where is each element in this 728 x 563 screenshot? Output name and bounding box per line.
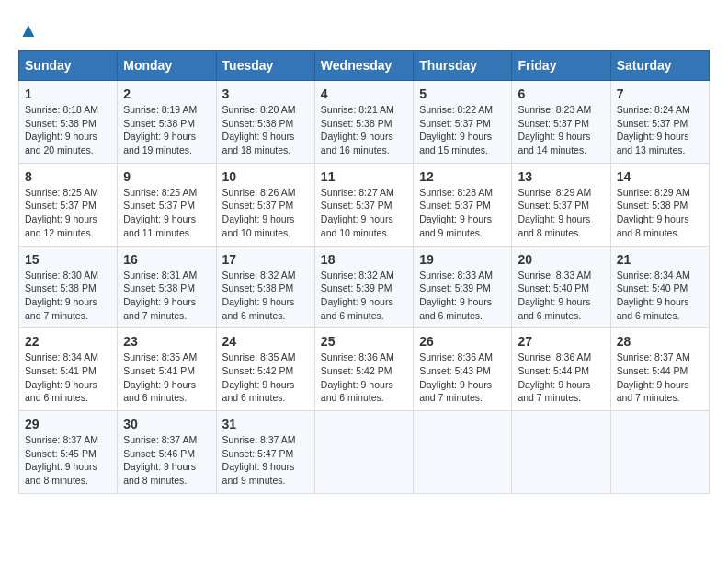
cell-content: Sunrise: 8:25 AMSunset: 5:37 PMDaylight:… bbox=[25, 187, 98, 238]
cell-content: Sunrise: 8:36 AMSunset: 5:43 PMDaylight:… bbox=[419, 351, 493, 403]
cell-content: Sunrise: 8:35 AMSunset: 5:41 PMDaylight:… bbox=[123, 351, 197, 403]
day-number: 25 bbox=[321, 334, 407, 349]
column-header-friday: Friday bbox=[512, 51, 610, 81]
calendar-cell: 9 Sunrise: 8:25 AMSunset: 5:37 PMDayligh… bbox=[118, 163, 216, 246]
day-number: 28 bbox=[617, 334, 703, 349]
day-number: 7 bbox=[617, 86, 703, 101]
cell-content: Sunrise: 8:29 AMSunset: 5:38 PMDaylight:… bbox=[617, 187, 690, 238]
cell-content: Sunrise: 8:27 AMSunset: 5:37 PMDaylight:… bbox=[321, 187, 394, 238]
cell-content: Sunrise: 8:37 AMSunset: 5:44 PMDaylight:… bbox=[617, 351, 690, 403]
calendar-cell: 18 Sunrise: 8:32 AMSunset: 5:39 PMDaylig… bbox=[314, 246, 413, 328]
calendar-week-2: 8 Sunrise: 8:25 AMSunset: 5:37 PMDayligh… bbox=[19, 163, 710, 246]
cell-content: Sunrise: 8:37 AMSunset: 5:45 PMDaylight:… bbox=[25, 434, 98, 486]
cell-content: Sunrise: 8:19 AMSunset: 5:38 PMDaylight:… bbox=[123, 104, 197, 155]
day-number: 6 bbox=[518, 86, 604, 101]
cell-content: Sunrise: 8:25 AMSunset: 5:37 PMDaylight:… bbox=[123, 187, 197, 238]
calendar-cell: 4 Sunrise: 8:21 AMSunset: 5:38 PMDayligh… bbox=[314, 81, 413, 164]
calendar-cell: 28 Sunrise: 8:37 AMSunset: 5:44 PMDaylig… bbox=[610, 328, 709, 411]
cell-content: Sunrise: 8:34 AMSunset: 5:40 PMDaylight:… bbox=[617, 270, 690, 321]
day-number: 14 bbox=[617, 169, 703, 184]
calendar-cell: 19 Sunrise: 8:33 AMSunset: 5:39 PMDaylig… bbox=[414, 246, 512, 328]
day-number: 2 bbox=[123, 86, 210, 101]
cell-content: Sunrise: 8:36 AMSunset: 5:44 PMDaylight:… bbox=[518, 351, 591, 403]
calendar-cell: 5 Sunrise: 8:22 AMSunset: 5:37 PMDayligh… bbox=[414, 81, 512, 164]
cell-content: Sunrise: 8:34 AMSunset: 5:41 PMDaylight:… bbox=[25, 351, 98, 403]
day-number: 8 bbox=[25, 169, 111, 184]
day-number: 22 bbox=[25, 334, 111, 349]
day-number: 15 bbox=[25, 252, 111, 267]
cell-content: Sunrise: 8:23 AMSunset: 5:37 PMDaylight:… bbox=[518, 104, 591, 155]
column-header-wednesday: Wednesday bbox=[314, 51, 413, 81]
logo-text: ▲ bbox=[18, 18, 39, 42]
day-number: 23 bbox=[123, 334, 210, 349]
day-number: 18 bbox=[321, 252, 407, 267]
column-header-tuesday: Tuesday bbox=[216, 51, 314, 81]
calendar-cell: 27 Sunrise: 8:36 AMSunset: 5:44 PMDaylig… bbox=[512, 328, 610, 411]
day-number: 9 bbox=[123, 169, 210, 184]
cell-content: Sunrise: 8:32 AMSunset: 5:38 PMDaylight:… bbox=[222, 270, 296, 321]
cell-content: Sunrise: 8:22 AMSunset: 5:37 PMDaylight:… bbox=[419, 104, 493, 155]
calendar-week-5: 29 Sunrise: 8:37 AMSunset: 5:45 PMDaylig… bbox=[19, 411, 710, 494]
day-number: 30 bbox=[123, 417, 210, 431]
day-number: 12 bbox=[419, 169, 506, 184]
calendar-cell: 23 Sunrise: 8:35 AMSunset: 5:41 PMDaylig… bbox=[118, 328, 216, 411]
calendar-cell: 15 Sunrise: 8:30 AMSunset: 5:38 PMDaylig… bbox=[19, 246, 118, 328]
day-number: 3 bbox=[222, 86, 309, 101]
calendar-cell: 1 Sunrise: 8:18 AMSunset: 5:38 PMDayligh… bbox=[19, 81, 118, 164]
calendar-table: SundayMondayTuesdayWednesdayThursdayFrid… bbox=[18, 50, 710, 494]
day-number: 31 bbox=[222, 417, 309, 431]
day-number: 17 bbox=[222, 252, 309, 267]
day-number: 13 bbox=[518, 169, 604, 184]
cell-content: Sunrise: 8:35 AMSunset: 5:42 PMDaylight:… bbox=[222, 351, 296, 403]
day-number: 5 bbox=[419, 86, 506, 101]
calendar-cell: 6 Sunrise: 8:23 AMSunset: 5:37 PMDayligh… bbox=[512, 81, 610, 164]
day-number: 24 bbox=[222, 334, 309, 349]
calendar-cell: 26 Sunrise: 8:36 AMSunset: 5:43 PMDaylig… bbox=[414, 328, 512, 411]
cell-content: Sunrise: 8:36 AMSunset: 5:42 PMDaylight:… bbox=[321, 351, 394, 403]
page-header: ▲ bbox=[18, 18, 710, 42]
calendar-cell: 29 Sunrise: 8:37 AMSunset: 5:45 PMDaylig… bbox=[19, 411, 118, 494]
calendar-cell: 3 Sunrise: 8:20 AMSunset: 5:38 PMDayligh… bbox=[216, 81, 314, 164]
cell-content: Sunrise: 8:29 AMSunset: 5:37 PMDaylight:… bbox=[518, 187, 591, 238]
cell-content: Sunrise: 8:33 AMSunset: 5:40 PMDaylight:… bbox=[518, 270, 591, 321]
calendar-header-row: SundayMondayTuesdayWednesdayThursdayFrid… bbox=[19, 51, 710, 81]
day-number: 10 bbox=[222, 169, 309, 184]
cell-content: Sunrise: 8:32 AMSunset: 5:39 PMDaylight:… bbox=[321, 270, 394, 321]
calendar-cell: 7 Sunrise: 8:24 AMSunset: 5:37 PMDayligh… bbox=[610, 81, 709, 164]
calendar-cell: 31 Sunrise: 8:37 AMSunset: 5:47 PMDaylig… bbox=[216, 411, 314, 494]
day-number: 16 bbox=[123, 252, 210, 267]
day-number: 27 bbox=[518, 334, 604, 349]
calendar-cell: 25 Sunrise: 8:36 AMSunset: 5:42 PMDaylig… bbox=[314, 328, 413, 411]
calendar-cell: 16 Sunrise: 8:31 AMSunset: 5:38 PMDaylig… bbox=[118, 246, 216, 328]
day-number: 26 bbox=[419, 334, 506, 349]
day-number: 20 bbox=[518, 252, 604, 267]
cell-content: Sunrise: 8:20 AMSunset: 5:38 PMDaylight:… bbox=[222, 104, 296, 155]
cell-content: Sunrise: 8:37 AMSunset: 5:46 PMDaylight:… bbox=[123, 434, 197, 486]
cell-content: Sunrise: 8:30 AMSunset: 5:38 PMDaylight:… bbox=[25, 270, 98, 321]
column-header-monday: Monday bbox=[118, 51, 216, 81]
day-number: 19 bbox=[419, 252, 506, 267]
cell-content: Sunrise: 8:37 AMSunset: 5:47 PMDaylight:… bbox=[222, 434, 296, 486]
calendar-cell bbox=[314, 411, 413, 494]
calendar-cell: 21 Sunrise: 8:34 AMSunset: 5:40 PMDaylig… bbox=[610, 246, 709, 328]
calendar-cell: 13 Sunrise: 8:29 AMSunset: 5:37 PMDaylig… bbox=[512, 163, 610, 246]
cell-content: Sunrise: 8:33 AMSunset: 5:39 PMDaylight:… bbox=[419, 270, 493, 321]
cell-content: Sunrise: 8:18 AMSunset: 5:38 PMDaylight:… bbox=[25, 104, 98, 155]
calendar-cell: 2 Sunrise: 8:19 AMSunset: 5:38 PMDayligh… bbox=[118, 81, 216, 164]
calendar-week-4: 22 Sunrise: 8:34 AMSunset: 5:41 PMDaylig… bbox=[19, 328, 710, 411]
day-number: 21 bbox=[617, 252, 703, 267]
logo: ▲ bbox=[18, 18, 39, 42]
day-number: 29 bbox=[25, 417, 111, 431]
cell-content: Sunrise: 8:21 AMSunset: 5:38 PMDaylight:… bbox=[321, 104, 394, 155]
calendar-cell bbox=[414, 411, 512, 494]
calendar-cell: 10 Sunrise: 8:26 AMSunset: 5:37 PMDaylig… bbox=[216, 163, 314, 246]
calendar-cell: 17 Sunrise: 8:32 AMSunset: 5:38 PMDaylig… bbox=[216, 246, 314, 328]
calendar-cell bbox=[610, 411, 709, 494]
calendar-cell: 20 Sunrise: 8:33 AMSunset: 5:40 PMDaylig… bbox=[512, 246, 610, 328]
day-number: 11 bbox=[321, 169, 407, 184]
calendar-cell: 8 Sunrise: 8:25 AMSunset: 5:37 PMDayligh… bbox=[19, 163, 118, 246]
day-number: 1 bbox=[25, 86, 111, 101]
column-header-sunday: Sunday bbox=[19, 51, 118, 81]
cell-content: Sunrise: 8:24 AMSunset: 5:37 PMDaylight:… bbox=[617, 104, 690, 155]
calendar-cell bbox=[512, 411, 610, 494]
